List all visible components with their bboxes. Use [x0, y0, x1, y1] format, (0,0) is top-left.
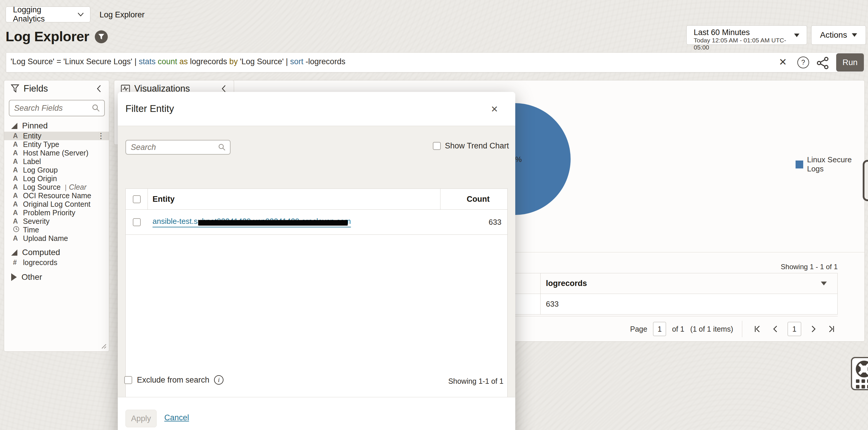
share-icon[interactable] [816, 57, 829, 69]
query-token-sort: sort [290, 57, 306, 66]
query-text[interactable]: 'Log Source' = 'Linux Secure Logs' | sta… [10, 57, 345, 66]
help-glyph: ? [802, 59, 805, 67]
grid-menu-icon[interactable] [856, 379, 868, 389]
field-item-log-source[interactable]: A Log Source | Clear [4, 183, 109, 191]
chart-legend[interactable]: Linux Secure Logs [796, 155, 868, 174]
pinned-section-header[interactable]: Pinned [11, 121, 48, 130]
legend-label: Linux Secure Logs [807, 155, 868, 174]
funnel-icon [98, 33, 105, 40]
results-col2-header[interactable]: logrecords [540, 273, 837, 294]
string-type-icon: A [13, 149, 23, 157]
help-launcher-widget[interactable] [851, 357, 868, 390]
collapse-panel-icon[interactable] [95, 84, 102, 93]
clear-filter-link[interactable]: Clear [69, 183, 87, 191]
time-range-selector[interactable]: Last 60 Minutes Today 12:05 AM - 01:05 A… [686, 25, 807, 45]
field-item-oci-resource-name[interactable]: A OCI Resource Name [4, 191, 109, 200]
field-item-logrecords[interactable]: # logrecords [4, 258, 109, 267]
modal-header: Filter Entity ✕ [118, 92, 515, 126]
string-type-icon: A [13, 132, 23, 140]
computed-section-header[interactable]: Computed [11, 248, 60, 257]
next-page-button[interactable] [807, 325, 819, 333]
cancel-link[interactable]: Cancel [164, 413, 189, 422]
lifebuoy-help-icon[interactable] [856, 361, 868, 377]
entity-search[interactable] [125, 140, 230, 155]
legend-swatch [796, 160, 803, 168]
service-select[interactable]: Logging Analytics [6, 6, 90, 22]
other-section-header[interactable]: Other [11, 272, 42, 282]
actions-button[interactable]: Actions [811, 25, 866, 45]
field-label: Log Group [23, 166, 58, 174]
exclude-from-search-option[interactable]: Exclude from search i [124, 375, 223, 385]
last-page-button[interactable] [825, 325, 838, 333]
section-expanded-icon [11, 123, 18, 129]
clear-query-icon[interactable]: ✕ [779, 56, 787, 68]
current-page-button[interactable]: 1 [787, 322, 801, 336]
trend-chart-checkbox[interactable] [433, 142, 441, 150]
field-item-severity[interactable]: A Severity [4, 217, 109, 225]
field-item-upload-name[interactable]: A Upload Name [4, 234, 109, 243]
exclude-checkbox[interactable] [124, 376, 132, 384]
apply-button[interactable]: Apply [125, 410, 157, 427]
first-page-button[interactable] [751, 325, 764, 333]
chevron-down-icon [77, 12, 84, 17]
query-help-icon[interactable]: ? [797, 57, 809, 68]
log-explorer-screen: Logging Analytics Log Explorer Log Explo… [0, 0, 868, 430]
entity-column-header[interactable]: Entity [153, 195, 175, 204]
logrecords-column-header[interactable]: logrecords [546, 279, 821, 288]
modal-title: Filter Entity [125, 103, 174, 114]
query-token-by: by [229, 57, 240, 66]
field-item-time[interactable]: Time [4, 225, 109, 234]
select-all-checkbox[interactable] [133, 195, 141, 203]
field-label: Log Source [23, 183, 61, 191]
info-icon[interactable]: i [214, 375, 223, 385]
field-label: Original Log Content [23, 200, 90, 209]
pinned-section-label: Pinned [22, 121, 48, 130]
entity-table: Entity Count ansible-test.subnet03241429… [125, 188, 507, 401]
time-range-caret-icon [794, 34, 799, 37]
fields-search-input[interactable] [13, 103, 92, 113]
string-type-icon: A [13, 192, 23, 200]
field-label: Label [23, 157, 41, 166]
modal-footer: Apply Cancel [118, 397, 515, 430]
field-item-problem-priority[interactable]: A Problem Priority [4, 209, 109, 217]
field-item-entity[interactable]: A Entity ⋮ [4, 132, 109, 140]
count-column-header[interactable]: Count [467, 195, 507, 204]
query-token: 'Log Source' = 'Linux Secure Logs' | [10, 57, 139, 66]
kebab-menu-icon[interactable]: ⋮ [97, 131, 105, 141]
logrecords-value: 633 [546, 300, 559, 309]
field-item-original-log-content[interactable]: A Original Log Content [4, 200, 109, 209]
entity-link[interactable]: ansible-test.subnet03241429-vcn03241429.… [153, 217, 351, 227]
field-item-log-group[interactable]: A Log Group [4, 166, 109, 174]
pagination-separator [742, 321, 742, 337]
page-title: Log Explorer [6, 28, 89, 44]
scrollbar-thumb[interactable] [863, 160, 868, 201]
fields-search[interactable] [9, 100, 105, 116]
field-item-host-name[interactable]: A Host Name (Server) [4, 149, 109, 157]
field-item-entity-type[interactable]: A Entity Type [4, 140, 109, 149]
filter-badge-icon[interactable] [95, 30, 108, 43]
row-checkbox[interactable] [133, 218, 141, 226]
show-trend-chart-option[interactable]: Show Trend Chart [433, 142, 509, 151]
string-type-icon: A [13, 235, 23, 242]
select-all-cell [126, 189, 148, 209]
close-icon[interactable]: ✕ [489, 104, 500, 115]
entity-search-input[interactable] [130, 143, 218, 152]
service-select-label: Logging Analytics [13, 5, 74, 24]
string-type-icon: A [13, 183, 23, 191]
query-token: logrecords [190, 57, 229, 66]
field-item-label[interactable]: A Label [4, 157, 109, 166]
row-select-cell [126, 210, 148, 235]
sort-desc-icon[interactable] [821, 282, 827, 285]
string-type-icon: A [13, 166, 23, 174]
redaction-bar [198, 220, 348, 225]
run-button[interactable]: Run [836, 53, 864, 71]
resize-handle-icon[interactable] [99, 342, 107, 349]
string-type-icon: A [13, 209, 23, 217]
page-number-input[interactable] [653, 322, 666, 336]
section-expanded-icon [11, 249, 18, 256]
filter-entity-modal: Filter Entity ✕ Show Trend Chart Entity [118, 92, 515, 430]
count-column-header-cell[interactable]: Count [440, 189, 507, 209]
field-item-log-origin[interactable]: A Log Origin [4, 174, 109, 183]
prev-page-button[interactable] [769, 325, 782, 333]
entity-column-header-cell[interactable]: Entity [148, 189, 440, 209]
